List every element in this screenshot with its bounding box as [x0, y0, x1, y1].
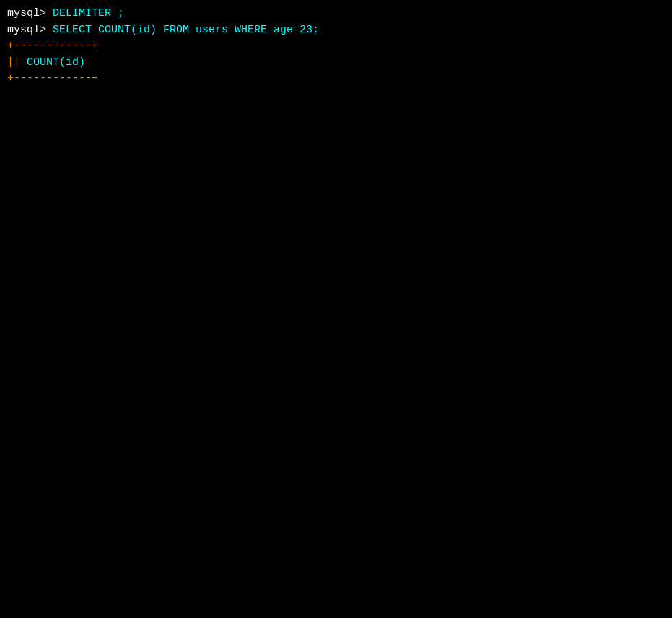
table-border: +------------+: [7, 71, 665, 87]
table-header: || COUNT(id): [7, 55, 665, 71]
prompt-line: mysql> DELIMITER ;: [7, 6, 665, 22]
prompt-prefix: mysql>: [7, 24, 53, 36]
prompt-prefix: mysql>: [7, 7, 53, 19]
prompt-command: DELIMITER ;: [53, 7, 124, 19]
prompt-command: SELECT COUNT(id) FROM users WHERE age=23…: [53, 24, 319, 36]
prompt-line: mysql> SELECT COUNT(id) FROM users WHERE…: [7, 22, 665, 39]
terminal: mysql> DELIMITER ;mysql> SELECT COUNT(id…: [7, 6, 665, 87]
table-border: +------------+: [7, 38, 665, 55]
